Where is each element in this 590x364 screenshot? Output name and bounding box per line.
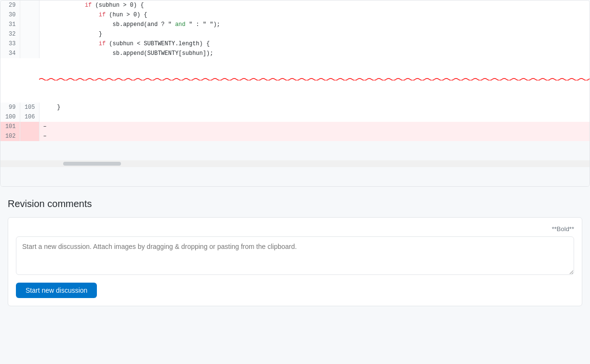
line-num-right	[20, 0, 39, 10]
line-code	[39, 112, 590, 122]
table-row: 33 if (subhun < SUBTWENTY.length) {	[0, 39, 590, 49]
line-code: if (subhun > 0) {	[39, 0, 590, 10]
line-num-left: 30	[0, 10, 20, 20]
table-row: 100 106	[0, 112, 590, 122]
page-wrapper: 29 if (subhun > 0) { 30 if (hun > 0) { 3…	[0, 0, 590, 364]
line-num-right	[20, 131, 39, 141]
table-row: 34 sb.append(SUBTWENTY[subhun]);	[0, 49, 590, 58]
line-code: sb.append(SUBTWENTY[subhun]);	[39, 49, 590, 58]
line-num-right: 105	[20, 103, 39, 112]
diff-table: 29 if (subhun > 0) { 30 if (hun > 0) { 3…	[0, 0, 590, 186]
line-num-left: 31	[0, 20, 20, 29]
comment-box: **Bold** Start new discussion	[8, 217, 582, 306]
table-row: 99 105 }	[0, 103, 590, 112]
revision-section: Revision comments **Bold** Start new dis…	[0, 198, 590, 306]
line-num-right	[20, 122, 39, 131]
table-row: 29 if (subhun > 0) {	[0, 0, 590, 10]
scrollbar-row[interactable]	[0, 141, 590, 186]
line-num-left: 102	[0, 131, 20, 141]
table-row: 31 sb.append(and ? " and " : " ");	[0, 20, 590, 29]
line-code: –	[39, 131, 590, 141]
line-num-left: 101	[0, 122, 20, 131]
line-num-right	[20, 20, 39, 29]
line-code: sb.append(and ? " and " : " ");	[39, 20, 590, 29]
table-row: 30 if (hun > 0) {	[0, 10, 590, 20]
revision-title: Revision comments	[8, 198, 582, 209]
line-code: }	[39, 103, 590, 112]
line-code: }	[39, 29, 590, 39]
comment-textarea[interactable]	[16, 236, 574, 275]
squiggly-separator	[0, 58, 590, 103]
bold-hint: **Bold**	[16, 225, 574, 233]
line-num-right: 106	[20, 112, 39, 122]
line-num-right	[20, 29, 39, 39]
line-num-left: 99	[0, 103, 20, 112]
line-num-right	[20, 49, 39, 58]
squiggly-num-area	[0, 58, 39, 103]
table-row: 32 }	[0, 29, 590, 39]
line-num-left: 33	[0, 39, 20, 49]
start-discussion-button[interactable]: Start new discussion	[16, 283, 97, 298]
line-num-right	[20, 10, 39, 20]
line-num-right	[20, 39, 39, 49]
line-num-left: 29	[0, 0, 20, 10]
line-code: if (hun > 0) {	[39, 10, 590, 20]
line-code: –	[39, 122, 590, 131]
line-num-left: 100	[0, 112, 20, 122]
squiggly-code-area	[39, 58, 590, 103]
table-row: 101 –	[0, 122, 590, 131]
line-code: if (subhun < SUBTWENTY.length) {	[39, 39, 590, 49]
line-num-left: 32	[0, 29, 20, 39]
table-row: 102 –	[0, 131, 590, 141]
code-diff-section: 29 if (subhun > 0) { 30 if (hun > 0) { 3…	[0, 0, 590, 187]
line-num-left: 34	[0, 49, 20, 58]
